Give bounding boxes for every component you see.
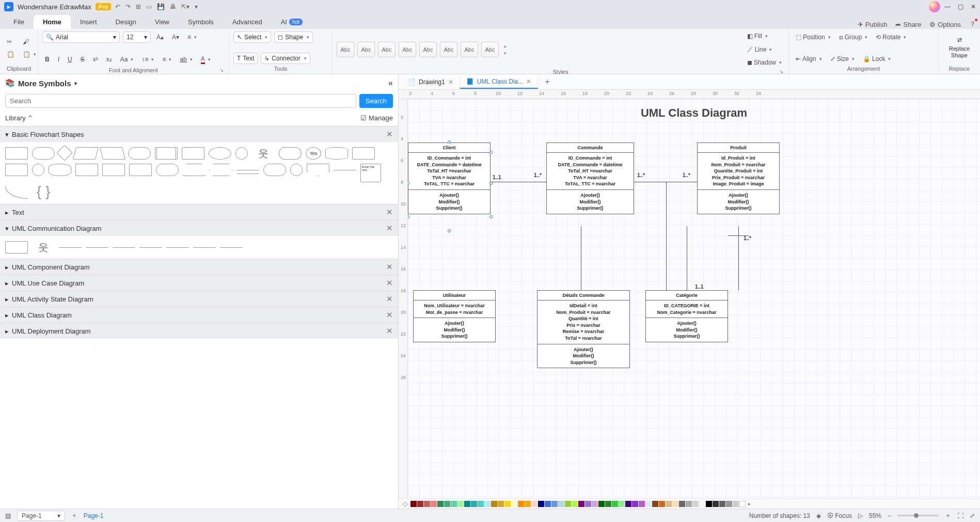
canvas[interactable]: UML Class Diagram Client ID_Commande = i… [408,99,980,498]
paste-icon[interactable]: 📋 [20,49,39,59]
shape-note[interactable]: Enter the text... [360,164,381,182]
highlight-icon[interactable]: ab [177,54,195,65]
color-swatch[interactable] [444,501,450,507]
color-swatch[interactable] [484,501,491,507]
shadow-button[interactable]: ◼ Shadow [745,57,784,68]
color-swatch[interactable] [652,501,658,507]
shape-actor[interactable]: 웃 [252,147,275,160]
uml-comm-link7[interactable] [220,247,243,248]
focus-button[interactable]: ⦿ Focus [827,512,852,519]
shape-trapezoid[interactable] [183,164,206,176]
new-icon[interactable]: ⊞ [136,3,141,10]
color-swatch[interactable] [538,501,544,507]
shape-tool[interactable]: ◻ Shape [274,31,313,43]
page-link[interactable]: Page-1 [84,512,104,519]
grow-font-icon[interactable]: A▴ [154,32,166,42]
close-icon[interactable]: ✕ [386,310,393,320]
underline-icon[interactable]: U [65,54,75,65]
style-swatch-3[interactable]: Abc [378,42,396,57]
position-button[interactable]: ⬚ Position [793,32,833,42]
shape-r2-3[interactable] [49,164,71,176]
color-swatch[interactable] [666,501,672,507]
subscript-icon[interactable]: x₂ [104,54,115,65]
tab-symbols[interactable]: Symbols [179,15,223,29]
font-launcher-icon[interactable]: ↘ [218,67,225,73]
format-painter-icon[interactable]: 🖌 [20,37,39,47]
replace-shape-button[interactable]: ⇄ Replace Shape [943,37,976,59]
category-uml-component[interactable]: ▸ UML Component Diagram✕ [0,259,398,275]
shape-rounded[interactable] [32,147,55,160]
class-categorie[interactable]: Catégorie ID_CATEGORIE = int Nom_Categor… [645,290,728,342]
color-swatch[interactable] [572,501,578,507]
color-swatch[interactable] [518,501,524,507]
color-swatch[interactable] [478,501,484,507]
color-swatch[interactable] [417,501,423,507]
color-swatch[interactable] [692,501,699,507]
avatar[interactable] [929,1,940,12]
styles-launcher-icon[interactable]: ↘ [778,69,784,74]
export-icon[interactable]: ⇱▾ [181,3,189,10]
uml-comm-frame[interactable] [5,241,28,254]
align-button[interactable]: ⇤ Align [793,54,825,64]
shape-brace[interactable]: { } [32,186,55,199]
save-icon[interactable]: 💾 [157,3,165,10]
close-icon[interactable]: ✕ [386,208,393,217]
zoom-slider[interactable] [897,515,939,516]
add-page-icon[interactable]: ＋ [71,511,77,520]
undo-icon[interactable]: ↶ [115,3,120,10]
color-swatch[interactable] [639,501,645,507]
shape-diamond[interactable] [56,145,72,161]
close-tab-icon[interactable]: ✕ [448,78,453,86]
print-icon[interactable]: 🖶 [170,3,176,10]
font-family-select[interactable]: 🔍 Arial▾ [42,31,120,43]
nofill-icon[interactable]: ◇ [401,500,410,508]
add-tab-icon[interactable]: ＋ [538,76,557,87]
style-swatch-4[interactable]: Abc [399,42,416,57]
shape-parallelogram[interactable] [73,147,99,160]
shape-usecase[interactable] [279,147,302,160]
color-swatch[interactable] [719,501,725,507]
group-button[interactable]: ⧈ Group [836,32,870,42]
class-details[interactable]: Détails Commande IdDetail = int Nom_Prod… [537,290,630,368]
shape-r2-1[interactable] [5,164,28,176]
color-swatch[interactable] [625,501,631,507]
color-swatch[interactable] [699,501,705,507]
zoom-out-icon[interactable]: − [888,512,891,519]
rotate-button[interactable]: ⟲ Rotate [873,32,909,42]
style-swatch-2[interactable]: Abc [357,42,375,57]
linespacing-icon[interactable]: ↕≡ [139,54,156,65]
maximize-icon[interactable]: ▢ [958,3,963,10]
color-swatch[interactable] [491,501,497,507]
font-size-select[interactable]: 12▾ [123,31,151,43]
help-icon[interactable]: ？ [969,20,976,29]
close-icon[interactable]: ✕ [386,326,393,336]
close-icon[interactable]: ✕ [386,294,393,304]
color-swatch[interactable] [598,501,605,507]
color-swatch[interactable] [464,501,470,507]
uml-comm-link2[interactable] [86,247,108,248]
style-swatch-7[interactable]: Abc [461,42,478,57]
color-swatch[interactable] [504,501,511,507]
category-text[interactable]: ▸ Text✕ [0,204,398,220]
close-icon[interactable]: ✕ [386,130,393,139]
color-swatch[interactable] [686,501,692,507]
color-swatch[interactable] [605,501,611,507]
color-swatch[interactable] [659,501,665,507]
shape-parallelogram2[interactable] [100,147,125,160]
doc-tab-uml[interactable]: 📘 UML Class Dia... ✕ [460,75,539,89]
superscript-icon[interactable]: x² [90,54,101,65]
class-client[interactable]: Client ID_Commande = int DATE_Commande =… [408,143,491,214]
category-uml-class[interactable]: ▸ UML Class Diagram✕ [0,307,398,323]
shape-r2-7[interactable] [156,164,179,176]
symbol-search-input[interactable] [5,94,356,108]
tab-view[interactable]: View [146,15,179,29]
color-swatch[interactable] [498,501,504,507]
shape-predefined[interactable] [155,147,178,160]
color-swatch[interactable] [437,501,444,507]
bold-icon[interactable]: B [42,54,52,65]
shape-parallel[interactable] [236,170,259,174]
shape-hexagon[interactable] [210,164,232,176]
zoom-in-icon[interactable]: ＋ [945,511,951,520]
symbol-search-button[interactable]: Search [359,94,393,108]
style-swatch-5[interactable]: Abc [419,42,437,57]
